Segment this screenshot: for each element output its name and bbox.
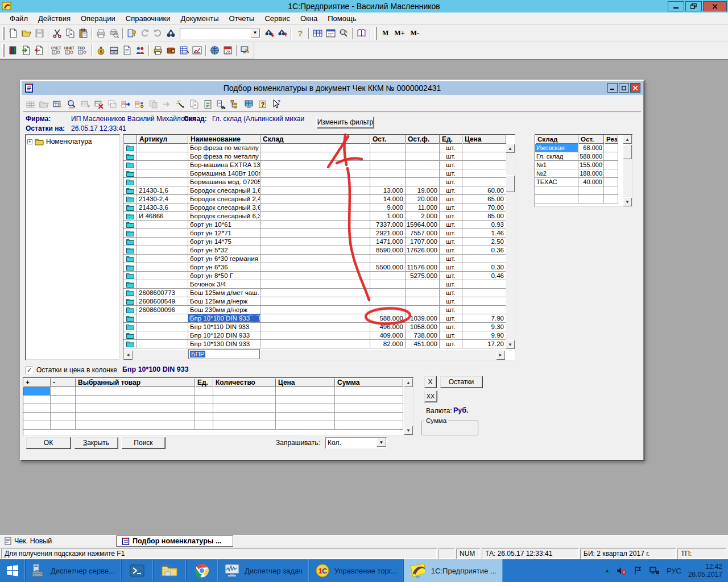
cell[interactable]: Бор фреза по металлу ( xyxy=(188,144,260,152)
cell[interactable] xyxy=(276,387,335,396)
cell[interactable]: Бош 230мм д/нерж xyxy=(188,306,260,314)
cell[interactable] xyxy=(137,272,188,280)
cell[interactable] xyxy=(137,323,188,331)
cell[interactable]: Бородок слесарный 3,6 xyxy=(188,203,260,212)
cell[interactable]: шт. xyxy=(440,297,462,306)
cell[interactable] xyxy=(213,413,276,421)
cell[interactable]: 5500.000 xyxy=(370,263,406,272)
cell[interactable] xyxy=(370,169,406,178)
cell[interactable] xyxy=(370,289,406,297)
selected-items-vscroll[interactable]: ▲ ▼ xyxy=(404,378,413,435)
report-table-icon[interactable] xyxy=(177,44,191,57)
cell[interactable] xyxy=(260,212,370,221)
open-folder-icon[interactable] xyxy=(20,27,33,40)
cell[interactable]: ТЕХАС xyxy=(535,178,578,186)
cell[interactable]: Бпр 10*110 DIN 933 xyxy=(188,323,260,331)
cell[interactable]: 1.000 xyxy=(370,212,406,221)
cell[interactable] xyxy=(23,396,51,404)
cell[interactable] xyxy=(335,396,403,404)
cell[interactable]: шт. xyxy=(440,229,462,238)
change-filter-button[interactable]: Изменить фильтр xyxy=(316,116,374,128)
copy-docs-icon[interactable] xyxy=(64,27,77,40)
cell[interactable]: 738.000 xyxy=(406,331,440,340)
cell[interactable] xyxy=(578,186,604,195)
cell[interactable] xyxy=(137,161,188,169)
cell[interactable]: 588.000 xyxy=(578,152,604,161)
cell[interactable]: 155.000 xyxy=(578,161,604,169)
folder-icon[interactable] xyxy=(123,314,137,323)
cell[interactable] xyxy=(137,229,188,238)
table-row[interactable]: Бормашина мод. 07205шт. xyxy=(123,178,515,186)
wh-col-header-Рез.[interactable]: Рез. xyxy=(604,135,618,144)
cell[interactable] xyxy=(23,404,51,413)
cell[interactable] xyxy=(137,221,188,229)
close-dialog-button[interactable]: Закрыть xyxy=(74,436,118,449)
help-arrow-icon[interactable]: ? xyxy=(269,98,283,110)
cell[interactable] xyxy=(370,306,406,314)
table-row[interactable]: борт ун 5*328590.00017626.000шт.0.36 xyxy=(123,246,515,255)
cell[interactable]: 2608600773 xyxy=(137,289,188,297)
cell[interactable]: 188.000 xyxy=(578,169,604,178)
cell[interactable]: борт ун 6*36 xyxy=(188,263,260,272)
cell[interactable] xyxy=(335,421,403,430)
cell[interactable] xyxy=(406,289,440,297)
doc-transfer-icon[interactable] xyxy=(214,98,228,110)
cell[interactable]: 15964.000 xyxy=(406,221,440,229)
products-vscroll[interactable]: ▲ ▼ xyxy=(506,144,515,349)
redo-icon[interactable] xyxy=(151,27,164,40)
partners-people-icon[interactable] xyxy=(134,44,147,57)
folder-icon[interactable] xyxy=(123,297,137,306)
cell[interactable]: 40.000 xyxy=(578,178,604,186)
folder-icon[interactable] xyxy=(123,272,137,280)
cell[interactable] xyxy=(462,297,506,306)
col-header-Наименование[interactable]: Наименование xyxy=(188,135,260,144)
mdi-tab-podbor[interactable]: Подбор номенклатуры ... xyxy=(117,535,233,547)
menu-действия[interactable]: Действия xyxy=(33,13,76,24)
money-bag-icon[interactable]: $ xyxy=(94,44,107,57)
cell[interactable]: 60.00 xyxy=(462,186,506,195)
move-doc-key-icon[interactable] xyxy=(133,98,146,110)
cell[interactable]: шт. xyxy=(440,314,462,323)
book-icon[interactable] xyxy=(355,27,368,40)
cell[interactable] xyxy=(23,421,51,430)
folder-icon[interactable] xyxy=(123,161,137,169)
cell[interactable]: 82.000 xyxy=(370,340,406,348)
cell[interactable] xyxy=(260,152,370,161)
chart-icon[interactable] xyxy=(191,44,204,57)
dialog-maximize-button[interactable] xyxy=(619,83,629,93)
cell[interactable] xyxy=(137,340,188,348)
cell[interactable]: Бпр 10*130 DIN 933 xyxy=(188,340,260,348)
table-row[interactable]: борт ун 12*712921.0007557.000шт.1.46 xyxy=(123,229,515,238)
combo-dropdown-icon[interactable]: ▼ xyxy=(377,438,386,447)
col-header-Ост.[interactable]: Ост. xyxy=(370,135,406,144)
table-row[interactable]: борт ун 6*30 германияшт. xyxy=(123,255,515,263)
table-row[interactable]: борт ун 14*751471.0001707.000шт.2.50 xyxy=(123,238,515,246)
cell[interactable] xyxy=(276,396,335,404)
wh-col-header-Склад[interactable]: Склад xyxy=(535,135,578,144)
folder-icon[interactable] xyxy=(123,152,137,161)
cell[interactable]: шт. xyxy=(440,152,462,161)
cell[interactable] xyxy=(51,387,76,396)
warehouse-row[interactable]: Ижевская68.000 xyxy=(535,144,632,152)
cell[interactable] xyxy=(370,161,406,169)
cell[interactable]: 17626.000 xyxy=(406,246,440,255)
monitor-table-icon[interactable] xyxy=(242,98,255,110)
cell[interactable] xyxy=(260,272,370,280)
cell[interactable]: 13.000 xyxy=(370,186,406,195)
print-preview-icon[interactable] xyxy=(107,27,121,40)
move-doc-blue-icon[interactable] xyxy=(119,98,133,110)
cell[interactable] xyxy=(137,178,188,186)
sel-col-header-Цена[interactable]: Цена xyxy=(276,378,335,387)
col-header-Склад[interactable]: Склад xyxy=(260,135,370,144)
memory-button-Мplus[interactable]: М+ xyxy=(391,28,407,39)
cell[interactable] xyxy=(276,413,335,421)
menu-окна[interactable]: Окна xyxy=(295,13,322,24)
cell[interactable] xyxy=(370,178,406,186)
cell[interactable] xyxy=(578,195,604,203)
cell[interactable]: 0.46 xyxy=(462,272,506,280)
menu-справочники[interactable]: Справочники xyxy=(121,13,176,24)
table-row[interactable]: 2608600549Бош 125мм д/нержшт. xyxy=(123,297,515,306)
dialog-minimize-button[interactable] xyxy=(607,83,618,93)
calendar-icon[interactable] xyxy=(324,27,337,40)
cell[interactable] xyxy=(335,413,403,421)
